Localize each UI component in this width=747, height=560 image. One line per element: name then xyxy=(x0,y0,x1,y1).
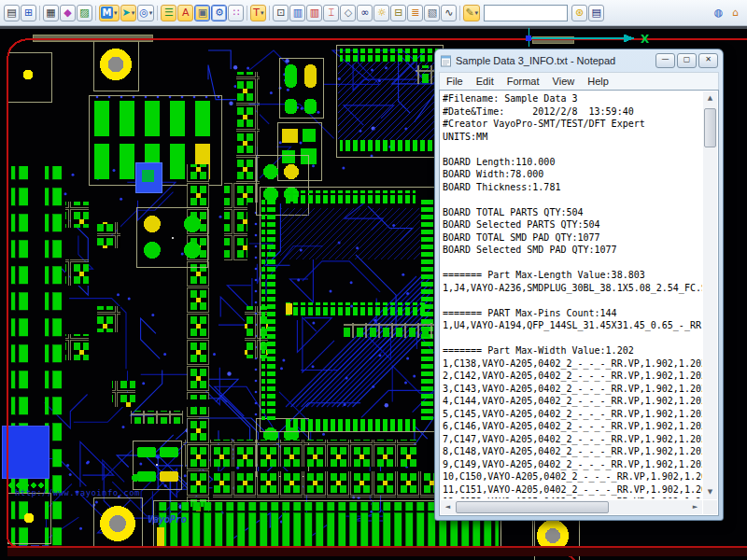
report-doc-button[interactable]: ▤ xyxy=(588,5,604,21)
machine-mode-button[interactable]: M▾ xyxy=(99,5,120,21)
toolbar-button-icon: ⌂ xyxy=(732,7,739,18)
selected-part-highlight xyxy=(135,162,162,192)
test-list-button[interactable]: T▾ xyxy=(250,5,266,21)
notepad-title-bar[interactable]: Sample Data 3_INFO.txt - Notepad — ▢ ✕ xyxy=(435,49,723,72)
diamond-button[interactable]: ◇ xyxy=(340,5,356,21)
window-controls: — ▢ ✕ xyxy=(655,53,718,68)
toolbar-separator[interactable] xyxy=(267,5,272,21)
scatter-points-button[interactable]: ∷ xyxy=(228,5,244,21)
chevron-down-icon[interactable]: ▾ xyxy=(132,9,135,17)
toolbar-button-icon: A xyxy=(182,7,190,18)
coil-button[interactable]: ∿ xyxy=(441,5,457,21)
toolbar-button-icon: ☼ xyxy=(377,7,387,18)
text-line xyxy=(443,332,702,345)
toolbar-button-icon: ≣ xyxy=(411,7,419,18)
scroll-down-icon[interactable]: ▼ xyxy=(703,485,717,499)
text-line: 11,C151,VAYO-A205,0402_2_-_-_-_RR.VP,1.9… xyxy=(443,483,702,497)
notepad-text-area[interactable]: #Filename: Sample Data 3#Date&Time: 2012… xyxy=(443,92,702,498)
toolbar-separator[interactable] xyxy=(458,5,462,21)
stats-blue-button[interactable]: ▥ xyxy=(289,5,305,21)
toolbar-separator[interactable] xyxy=(245,5,249,21)
web-globe-button[interactable]: ◍ xyxy=(711,5,726,21)
text-line: 1,J4,VAYO-A236,SMDPLUG_30BL_38.1X5.08_2.… xyxy=(443,282,702,295)
text-line: ======= PART Max-Pins Count:144 xyxy=(443,307,702,320)
layer-stack-button[interactable]: ≣ xyxy=(407,5,423,21)
text-line: UNITS:MM xyxy=(443,131,702,144)
component-list-button[interactable]: ▦ xyxy=(43,5,59,21)
toolbar-separator[interactable] xyxy=(155,5,160,21)
notepad-window: Sample Data 3_INFO.txt - Notepad — ▢ ✕ F… xyxy=(434,49,724,521)
toolbar-button-icon: ∿ xyxy=(444,7,453,18)
chevron-down-icon[interactable]: ▾ xyxy=(261,9,264,17)
toolbar-button-icon: ⚙ xyxy=(215,7,224,18)
find-binoculars-button[interactable]: ∞ xyxy=(357,5,373,21)
search-input[interactable] xyxy=(484,5,568,21)
notepad-icon xyxy=(440,55,452,67)
save-button[interactable]: ▤ xyxy=(4,5,20,21)
pan-arrow-button[interactable]: ➤▾ xyxy=(120,5,137,21)
maximize-button[interactable]: ▢ xyxy=(677,53,697,68)
doc-search-button[interactable]: ⊡ xyxy=(273,5,289,21)
text-line: 10,C150,VAYO-A205,0402_2_-_-_-_RR.VP,1.9… xyxy=(443,470,702,483)
text-line: 6,C146,VAYO-A205,0402_2_-_-_-_RR.VP,1.90… xyxy=(443,420,702,433)
text-line: 8,C148,VAYO-A205,0402_2_-_-_-_RR.VP,1.90… xyxy=(443,445,702,458)
toolbar-button-icon: ◍ xyxy=(714,7,724,18)
toolbar-button-icon: ◆ xyxy=(63,7,71,18)
vertical-scrollbar[interactable]: ▲ ▼ xyxy=(703,91,717,499)
settings-gear-button[interactable]: ⚙ xyxy=(211,5,227,21)
text-line: 1,U4,VAYO-A194,QFP_144SL_31.45X31.45_0.6… xyxy=(443,319,702,332)
horizontal-scroll-thumb[interactable] xyxy=(456,501,609,513)
image-view-button[interactable]: ▣ xyxy=(194,5,210,21)
minimize-button[interactable]: — xyxy=(655,53,675,68)
text-line: 3,C143,VAYO-A205,0402_2_-_-_-_RR.VP,1.90… xyxy=(443,383,702,396)
toolbar-button-icon: ▦ xyxy=(46,7,55,18)
scroll-up-icon[interactable]: ▲ xyxy=(703,91,717,105)
label-a-button[interactable]: A xyxy=(177,5,193,21)
notepad-body: #Filename: Sample Data 3#Date&Time: 2012… xyxy=(439,90,719,516)
toolbar-button-icon: ▥ xyxy=(310,7,319,18)
menu-item[interactable]: Edit xyxy=(470,76,500,87)
chevron-down-icon[interactable]: ▾ xyxy=(114,9,118,17)
draw-pencil-button[interactable]: ✎▾ xyxy=(463,5,480,21)
text-line xyxy=(443,143,702,156)
toolbar-separator[interactable] xyxy=(93,5,98,21)
horizontal-scrollbar[interactable]: ◄ ► xyxy=(441,500,702,514)
text-line: BOARD Selected SMD PAD QTY:1077 xyxy=(443,244,702,257)
menu-item[interactable]: File xyxy=(440,76,470,87)
text-line: BOARD TOTAL PARTS QTY:504 xyxy=(443,206,702,219)
close-button[interactable]: ✕ xyxy=(698,53,718,68)
scroll-left-icon[interactable]: ◄ xyxy=(441,500,455,514)
menu-item[interactable]: Help xyxy=(581,76,615,87)
scroll-right-icon[interactable]: ► xyxy=(688,500,702,514)
board-image-button[interactable]: ▨ xyxy=(77,5,92,21)
vertical-scroll-thumb[interactable] xyxy=(704,108,716,147)
main-toolbar: ▤⊞▦◆▨M▾➤▾◎▾☰A▣⚙∷T▾⊡▥▥⌶◇∞☼⊟≣▧∿✎▾ ⊛▤ ◍⌂ xyxy=(0,0,747,26)
toolbar-button-icon: ▤ xyxy=(591,7,600,18)
stats-red-button[interactable]: ▥ xyxy=(306,5,322,21)
chevron-down-icon[interactable]: ▾ xyxy=(149,9,153,17)
application-window: ▤⊞▦◆▨M▾➤▾◎▾☰A▣⚙∷T▾⊡▥▥⌶◇∞☼⊟≣▧∿✎▾ ⊛▤ ◍⌂ xyxy=(0,0,747,560)
text-line: #Date&Time: 2012/2/8 13:59:40 xyxy=(443,105,702,119)
import-button[interactable]: ⊞ xyxy=(21,5,36,21)
chevron-down-icon[interactable]: ▾ xyxy=(475,9,479,17)
color-plot-button[interactable]: ◆ xyxy=(60,5,76,21)
menu-item[interactable]: Format xyxy=(500,76,546,87)
layer-lines-button[interactable]: ☰ xyxy=(161,5,176,21)
toolbar-separator[interactable] xyxy=(37,5,42,21)
window-title: Sample Data 3_INFO.txt - Notepad xyxy=(456,55,652,66)
toolbar-button-icon: ∷ xyxy=(233,7,239,18)
toolbar-button-icon: ➤ xyxy=(122,7,131,18)
text-line: BOARD Width:78.000 xyxy=(443,168,702,181)
filter-star-button[interactable]: ⊛ xyxy=(571,5,587,21)
menu-item[interactable]: View xyxy=(546,76,582,87)
text-line: BOARD Selected PARTS QTY:504 xyxy=(443,218,702,231)
copy-page-button[interactable]: ▧ xyxy=(424,5,440,21)
toolbar-button-icon: ✎ xyxy=(465,7,473,18)
hint-bulb-button[interactable]: ☼ xyxy=(374,5,389,21)
measure-ruler-button[interactable]: ⊟ xyxy=(390,5,406,21)
home-button[interactable]: ⌂ xyxy=(727,5,743,21)
zoom-button[interactable]: ◎▾ xyxy=(137,5,154,21)
toolbar-button-icon: T xyxy=(253,7,260,18)
text-line: 5,C145,VAYO-A205,0402_2_-_-_-_RR.VP,1.90… xyxy=(443,408,702,421)
pin-bottom-button[interactable]: ⌶ xyxy=(323,5,339,21)
